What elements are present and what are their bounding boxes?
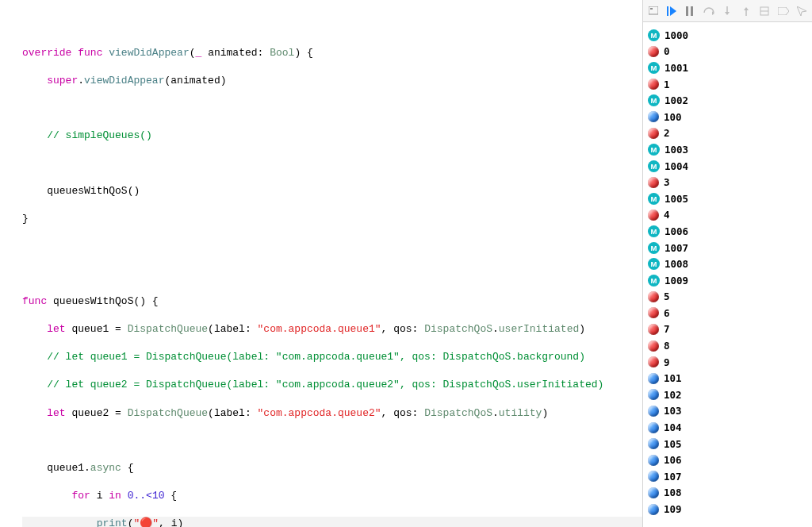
console-value: 1004 bbox=[665, 160, 688, 172]
console-value: 1003 bbox=[665, 144, 688, 156]
code-line: // simpleQueues() bbox=[22, 129, 642, 143]
console-value: 1005 bbox=[665, 193, 688, 205]
console-value: 102 bbox=[664, 389, 682, 401]
blue-ball-icon bbox=[648, 471, 659, 482]
code-line: super.viewDidAppear(animated) bbox=[22, 74, 642, 88]
code-line bbox=[22, 434, 642, 448]
console-row: M1007 bbox=[648, 240, 812, 256]
console-value: 1006 bbox=[665, 225, 688, 237]
svg-marker-3 bbox=[670, 6, 676, 16]
highlighted-line: print("🔴", i) bbox=[22, 517, 642, 527]
console-row: M1009 bbox=[648, 272, 812, 289]
console-row: 1 bbox=[648, 76, 812, 93]
console-value: 1002 bbox=[665, 94, 688, 106]
console-value: 1009 bbox=[665, 275, 688, 287]
red-ball-icon bbox=[648, 79, 659, 90]
code-line: } bbox=[22, 212, 642, 226]
code-editor[interactable]: override func viewDidAppear(_ animated: … bbox=[0, 0, 642, 527]
console-row: 3 bbox=[648, 174, 812, 190]
svg-rect-1 bbox=[650, 8, 653, 10]
svg-rect-5 bbox=[691, 6, 693, 16]
console-value: 3 bbox=[664, 176, 670, 188]
step-out-icon[interactable] bbox=[741, 6, 751, 17]
console-row: 8 bbox=[648, 337, 812, 354]
m-icon: M bbox=[648, 275, 660, 287]
code-line bbox=[22, 102, 642, 115]
console-value: 8 bbox=[664, 340, 670, 352]
m-icon: M bbox=[648, 29, 660, 41]
m-icon: M bbox=[648, 94, 660, 106]
code-line: queue1.async { bbox=[22, 461, 642, 475]
console-value: 2 bbox=[664, 127, 670, 139]
console-value: 1007 bbox=[665, 242, 688, 254]
console-row: 4 bbox=[648, 207, 812, 224]
console-value: 7 bbox=[664, 323, 670, 335]
red-ball-icon bbox=[648, 177, 659, 188]
svg-rect-4 bbox=[686, 6, 688, 16]
svg-marker-10 bbox=[744, 7, 749, 10]
console-row: 2 bbox=[648, 125, 812, 142]
console-row: 101 bbox=[648, 370, 812, 387]
console-row: M1004 bbox=[648, 158, 812, 175]
console-row: M1003 bbox=[648, 141, 812, 158]
m-icon: M bbox=[648, 144, 660, 156]
red-ball-icon bbox=[648, 340, 659, 352]
red-ball-icon bbox=[648, 128, 659, 139]
code-line: // let queue1 = DispatchQueue(label: "co… bbox=[22, 350, 642, 364]
code-line: queuesWithQoS() bbox=[22, 184, 642, 198]
step-in-icon[interactable] bbox=[722, 6, 733, 17]
console-value: 107 bbox=[664, 471, 682, 483]
console-value: 108 bbox=[664, 487, 682, 498]
code-line bbox=[22, 156, 642, 170]
console-row: 107 bbox=[648, 468, 812, 485]
console-value: 100 bbox=[664, 111, 682, 123]
console-row: 108 bbox=[648, 485, 812, 502]
step-over-icon[interactable] bbox=[703, 6, 714, 17]
console-value: 106 bbox=[664, 454, 682, 466]
console-value: 4 bbox=[664, 209, 670, 221]
blue-ball-icon bbox=[648, 373, 659, 384]
console-row: 7 bbox=[648, 321, 812, 338]
console-row: M1001 bbox=[648, 60, 812, 76]
debug-toolbar bbox=[643, 0, 812, 22]
code-line bbox=[22, 267, 642, 281]
console-value: 5 bbox=[664, 290, 670, 302]
filter-icon[interactable] bbox=[648, 6, 658, 17]
console-row: M1002 bbox=[648, 92, 812, 109]
m-icon: M bbox=[648, 258, 660, 270]
code-line: func queuesWithQoS() { bbox=[22, 294, 642, 309]
m-icon: M bbox=[648, 242, 660, 254]
red-ball-icon bbox=[648, 291, 659, 302]
red-ball-icon bbox=[648, 307, 659, 318]
blue-ball-icon bbox=[648, 422, 659, 433]
red-ball-icon bbox=[648, 46, 659, 57]
console-row: 102 bbox=[648, 387, 812, 403]
console-row: 104 bbox=[648, 419, 812, 436]
console-row: M1005 bbox=[648, 190, 812, 207]
blue-ball-icon bbox=[648, 504, 659, 515]
console-value: 0 bbox=[664, 45, 670, 57]
continue-icon[interactable] bbox=[666, 6, 676, 17]
location-icon[interactable] bbox=[797, 6, 807, 17]
console-value: 6 bbox=[664, 307, 670, 319]
debug-view-icon[interactable] bbox=[759, 6, 769, 17]
m-icon: M bbox=[648, 225, 660, 237]
console-row: M1000 bbox=[648, 27, 812, 44]
code-line: for i in 0..<10 { bbox=[22, 489, 642, 503]
breakpoints-icon[interactable] bbox=[778, 6, 789, 17]
console-value: 9 bbox=[664, 356, 670, 368]
code-line: let queue2 = DispatchQueue(label: "com.a… bbox=[22, 406, 642, 421]
m-icon: M bbox=[648, 160, 660, 172]
svg-marker-14 bbox=[797, 6, 806, 16]
console-row: 100 bbox=[648, 109, 812, 125]
pause-icon[interactable] bbox=[685, 6, 695, 17]
m-icon: M bbox=[648, 62, 660, 74]
console-output[interactable]: M10000M10011M10021002M1003M10043M10054M1… bbox=[643, 22, 812, 527]
svg-rect-2 bbox=[667, 6, 668, 16]
svg-marker-8 bbox=[725, 12, 730, 15]
console-value: 101 bbox=[664, 372, 682, 384]
red-ball-icon bbox=[648, 324, 659, 335]
blue-ball-icon bbox=[648, 438, 659, 449]
console-row: 5 bbox=[648, 289, 812, 306]
blue-ball-icon bbox=[648, 487, 659, 498]
